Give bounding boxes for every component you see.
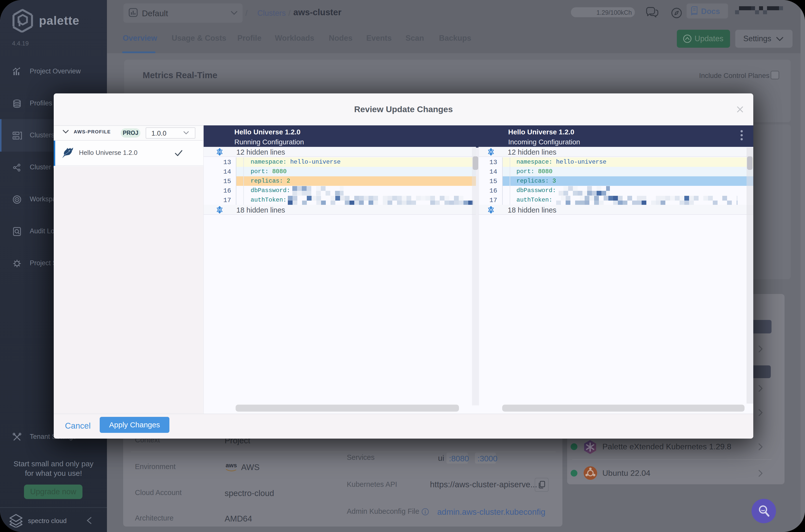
svg-text:aws: aws: [226, 462, 237, 469]
